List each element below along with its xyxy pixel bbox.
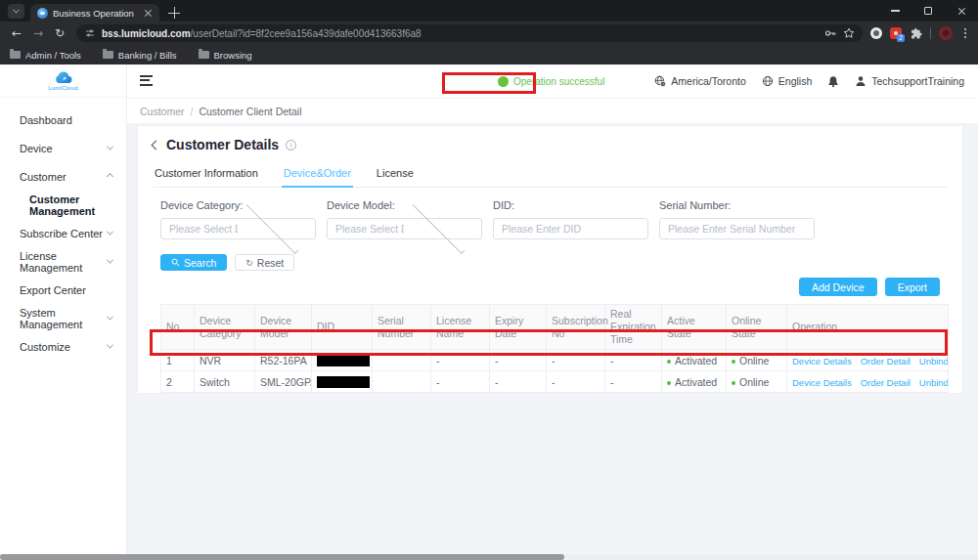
sidebar-item-system-management[interactable]: System Management (0, 304, 126, 332)
sidebar-item-license-management[interactable]: License Management (0, 247, 126, 276)
serial-number-input[interactable] (668, 223, 806, 235)
extension-with-badge-icon[interactable]: 2 (890, 27, 902, 39)
device-details-link[interactable]: Device Details (792, 377, 852, 388)
menu-collapse-icon[interactable] (140, 75, 153, 88)
globe-icon (762, 75, 774, 87)
filter-device-model: Device Model: Please Select Device Model (327, 199, 482, 239)
cell-device-category: Switch (195, 371, 255, 393)
cell-expiry-date: - (490, 350, 547, 371)
redacted-did-box (317, 376, 370, 388)
bookmark-folder-banking-bills[interactable]: Banking / Bills (103, 50, 177, 61)
unbind-device-link[interactable]: Unbind Device (919, 377, 949, 388)
filter-label: Device Model: (327, 199, 482, 211)
filter-did: DID: (493, 199, 648, 239)
site-settings-tune-icon[interactable] (84, 27, 96, 39)
cell-did (312, 350, 373, 371)
active-state-label: Activated (675, 376, 717, 388)
sidebar-item-customer-management[interactable]: Customer Management (0, 191, 126, 219)
search-button[interactable]: Search (160, 254, 227, 271)
sidebar-item-dashboard[interactable]: Dashboard (0, 106, 126, 134)
page-title: Customer Details (166, 137, 279, 152)
tab-customer-information[interactable]: Customer Information (153, 162, 260, 187)
filter-label: DID: (493, 199, 648, 211)
table-actions-row: Add Device Export (153, 278, 940, 296)
info-icon[interactable] (286, 140, 296, 151)
add-device-button[interactable]: Add Device (799, 278, 877, 296)
extensions-puzzle-icon[interactable] (910, 27, 922, 40)
export-label: Export (898, 281, 927, 293)
tab-device-and-order[interactable]: Device&Order (282, 162, 353, 188)
tab-close-icon[interactable] (144, 9, 153, 18)
language-label: English (778, 75, 812, 87)
col-license-name: License Name (431, 305, 490, 350)
refresh-button[interactable]: ↻ (51, 24, 68, 42)
page-title-row: Customer Details (153, 136, 948, 153)
language-selector[interactable]: English (762, 75, 812, 87)
back-button[interactable]: ← (8, 24, 25, 42)
app-logo[interactable]: LumiCloud (0, 65, 126, 98)
sidebar-item-device[interactable]: Device (0, 134, 126, 162)
unbind-device-link[interactable]: Unbind Device (919, 356, 949, 366)
address-bar[interactable]: bss.lumicloud.com/userDetail?id=8f2cee9a… (76, 24, 863, 42)
chevron-down-icon (107, 342, 113, 349)
sidebar-item-customer[interactable]: Customer (0, 162, 126, 191)
new-tab-button[interactable] (168, 7, 180, 19)
sidebar-item-customize[interactable]: Customize (0, 332, 126, 361)
bookmark-folder-admin-tools[interactable]: Admin / Tools (10, 50, 81, 61)
reset-button[interactable]: ↻ Reset (235, 254, 294, 271)
cell-active-state: Activated (662, 371, 727, 393)
bookmark-star-icon[interactable] (843, 27, 855, 39)
logo-text: LumiCloud (48, 85, 77, 91)
notifications-button[interactable] (827, 75, 839, 88)
browser-profile-avatar[interactable] (939, 26, 953, 40)
sidebar-item-subscribe-center[interactable]: Subscribe Center (0, 219, 126, 247)
window-close-button[interactable] (945, 0, 978, 22)
tab-title: Business Operation (53, 8, 139, 19)
sidebar-item-export-center[interactable]: Export Center (0, 276, 126, 304)
select-placeholder: Please Select Device Model (335, 223, 404, 235)
serial-number-input-wrap (659, 218, 815, 239)
sidebar: LumiCloud Dashboard Device Customer Cust… (0, 65, 127, 560)
timezone-selector[interactable]: America/Toronto (654, 75, 745, 87)
menu-label: Subscribe Center (20, 228, 108, 239)
device-category-select[interactable]: Please Select Device Category (160, 218, 316, 239)
user-menu[interactable]: TechsupportTraining (855, 75, 964, 87)
url-host: bss.lumicloud.com (102, 28, 191, 39)
pinned-extension-icon[interactable] (870, 27, 882, 39)
filter-row: Device Category: Please Select Device Ca… (160, 199, 948, 239)
close-icon (957, 7, 966, 16)
cell-no: 2 (161, 371, 195, 393)
tab-search-button[interactable] (8, 4, 24, 19)
col-device-model: Device Model (255, 305, 312, 350)
success-toast: Operation successful (489, 71, 613, 91)
breadcrumb-customer[interactable]: Customer (140, 106, 185, 117)
browser-menu-icon[interactable] (960, 28, 970, 37)
password-manager-key-icon[interactable] (824, 27, 837, 39)
tab-license[interactable]: License (375, 162, 416, 187)
filter-device-category: Device Category: Please Select Device Ca… (160, 199, 316, 239)
site-favicon-icon (37, 8, 48, 19)
filter-serial-number: Serial Number: (659, 199, 815, 239)
url-text: bss.lumicloud.com/userDetail?id=8f2cee9a… (102, 28, 819, 39)
horizontal-scrollbar-thumb[interactable] (0, 554, 564, 560)
device-details-link[interactable]: Device Details (792, 356, 852, 366)
bookmark-folder-browsing[interactable]: Browsing (199, 50, 252, 61)
horizontal-scrollbar-track[interactable] (0, 554, 978, 560)
back-icon[interactable] (152, 140, 161, 150)
browser-tab[interactable]: Business Operation (30, 4, 159, 22)
device-table: No Device Category Device Model DID Seri… (160, 304, 949, 393)
order-detail-link[interactable]: Order Detail (861, 356, 911, 366)
window-minimize-button[interactable] (878, 0, 911, 22)
did-input[interactable] (502, 223, 640, 235)
window-maximize-button[interactable] (911, 0, 945, 22)
detail-tabs: Customer Information Device&Order Licens… (153, 162, 948, 188)
breadcrumb-customer-client-detail: Customer Client Detail (199, 106, 301, 117)
cell-operation: Device Details Order Detail Unbind Devic… (787, 371, 949, 393)
device-model-select[interactable]: Please Select Device Model (327, 218, 482, 239)
export-button[interactable]: Export (885, 278, 940, 296)
order-detail-link[interactable]: Order Detail (861, 377, 911, 388)
cell-device-category: NVR (195, 350, 255, 371)
cloud-logo-icon (52, 71, 75, 84)
forward-button[interactable]: → (29, 24, 47, 42)
search-icon (171, 258, 180, 267)
